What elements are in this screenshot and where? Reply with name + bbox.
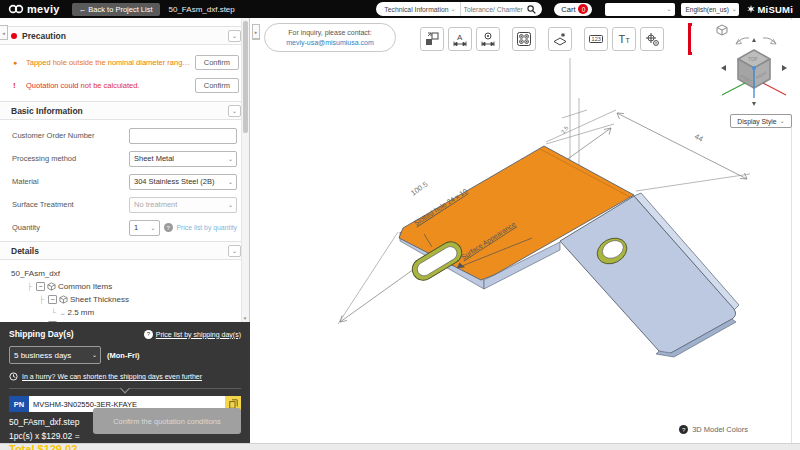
search-bar: Technical Information xyxy=(376,2,542,16)
thickness-icon: ↔ xyxy=(60,310,66,316)
hole-dimension-icon[interactable] xyxy=(476,27,500,51)
tree-expander-icon[interactable] xyxy=(36,282,45,291)
project-select[interactable] xyxy=(605,3,675,16)
tree-node-sheet-thickness[interactable]: ├ Sheet Thickness xyxy=(39,293,249,306)
chevron-down-icon xyxy=(732,6,737,12)
chevron-down-icon[interactable] xyxy=(120,384,130,394)
text-marking-icon[interactable]: TT xyxy=(612,27,636,51)
price-list-by-shipping-days-link[interactable]: Price list by shipping day(s) xyxy=(144,330,241,339)
cube-icon xyxy=(47,282,56,291)
chevron-down-icon xyxy=(666,6,671,12)
cart-button[interactable]: Cart 0 xyxy=(554,3,592,16)
scroll-down-arrow-icon[interactable] xyxy=(241,314,249,322)
tapping-icon[interactable] xyxy=(640,27,664,51)
processing-method-select[interactable]: Sheet Metal xyxy=(129,151,237,167)
misumi-logo[interactable]: MiSUMi xyxy=(747,4,793,15)
canvas-collapse-handle[interactable]: ▸ xyxy=(252,24,260,39)
shipping-days-title: Shipping Day(s) xyxy=(9,329,144,339)
details-section-header[interactable]: Details xyxy=(0,241,249,260)
dimension-thickness-label: 2.5 xyxy=(560,125,569,135)
clock-icon xyxy=(9,372,18,381)
total-price: Total $129.02 xyxy=(9,443,241,450)
svg-text:T: T xyxy=(626,37,631,44)
chevron-down-icon xyxy=(232,248,237,254)
material-select[interactable]: 304 Stainless Steel (2B) xyxy=(129,174,237,190)
error-mark-icon: ! xyxy=(13,81,22,90)
svg-text:T: T xyxy=(619,33,626,45)
field-label: Processing method xyxy=(12,154,129,163)
cube-icon xyxy=(59,295,68,304)
chevron-down-icon xyxy=(92,352,97,358)
precaution-section-header[interactable]: Precaution xyxy=(0,26,249,45)
shipping-days-select[interactable]: 5 business days xyxy=(9,346,101,364)
field-label: Material xyxy=(12,177,129,186)
dimension-icon[interactable]: A xyxy=(448,27,472,51)
quantity-select[interactable]: 1 xyxy=(129,220,160,236)
confirm-error-button[interactable]: Confirm xyxy=(195,78,239,93)
inquiry-text: For inquiry, please contact: xyxy=(288,28,372,37)
collapse-section-button[interactable] xyxy=(228,245,241,257)
collapse-section-button[interactable] xyxy=(228,105,241,117)
language-select[interactable]: English(en_us) xyxy=(681,3,739,16)
scrollbar-thumb[interactable] xyxy=(243,21,248,133)
number-plate-icon[interactable]: 123 xyxy=(584,27,608,51)
help-icon xyxy=(144,330,153,339)
tree-node-thickness-value[interactable]: └ ↔ 2.5 mm xyxy=(51,306,249,319)
field-label: Customer Order Number xyxy=(12,131,129,140)
surface-treatment-select: No treatment xyxy=(129,197,237,213)
confirm-quotation-button[interactable]: Confirm the quotation conditions xyxy=(93,408,241,434)
warning-row: ● Tapped hole outside the nominal diamet… xyxy=(0,51,249,74)
svg-text:123: 123 xyxy=(592,36,601,42)
inquiry-email-link[interactable]: meviy-usa@misumiusa.com xyxy=(286,38,374,47)
surface-appearance-icon[interactable] xyxy=(548,27,572,51)
sidebar-scrollbar[interactable] xyxy=(241,18,249,322)
tree-node-common-items[interactable]: ├ Common Items xyxy=(27,280,249,293)
field-label: Surface Treatment xyxy=(12,200,129,209)
search-icon[interactable] xyxy=(527,5,536,14)
dimension-width-label: 44 xyxy=(693,132,705,144)
mon-fri-label: (Mon-Fri) xyxy=(107,351,140,360)
change-part-icon[interactable] xyxy=(420,27,444,51)
dimension-length-label: 100.5 xyxy=(409,179,430,197)
misumi-mark-icon xyxy=(747,5,755,13)
alert-dot-icon xyxy=(11,33,17,39)
tree-expander-icon[interactable] xyxy=(48,295,57,304)
shorten-shipping-link[interactable]: In a hurry? We can shorten the shipping … xyxy=(9,372,241,381)
chevron-down-icon xyxy=(451,6,456,12)
3d-viewport[interactable]: 100.5 44 2.5 xyxy=(250,18,800,443)
chevron-down-icon xyxy=(780,118,785,124)
price-list-by-quantity-link[interactable]: Price list by quantity xyxy=(177,224,237,231)
customer-order-number-input[interactable] xyxy=(129,128,237,144)
cube-face-top[interactable]: TOP xyxy=(748,57,757,62)
error-row: ! Quotation could not be calculated. Con… xyxy=(0,74,249,97)
view-cube-widget[interactable]: TOP FRONT RIGHT xyxy=(692,20,796,114)
chevron-down-icon xyxy=(228,179,233,185)
3d-model-colors-link[interactable]: 3D Model Colors xyxy=(679,425,748,434)
chevron-down-icon xyxy=(151,225,156,231)
help-icon xyxy=(679,425,688,434)
back-to-project-list-button[interactable]: ← Back to Project List xyxy=(72,3,160,16)
meviy-logo[interactable]: meviy xyxy=(8,3,60,15)
brand-name: meviy xyxy=(27,3,60,15)
open-file-name: 50_FAsm_dxf.step xyxy=(169,5,235,14)
sidebar-collapse-handle-left[interactable]: ◂ xyxy=(0,25,8,40)
search-category-select[interactable]: Technical Information xyxy=(376,2,460,16)
display-style-button[interactable]: Display Style xyxy=(730,114,792,128)
panel-divider xyxy=(9,388,241,394)
svg-text:A: A xyxy=(457,33,463,42)
warning-bullet-icon: ● xyxy=(13,59,22,66)
inquiry-bubble: For inquiry, please contact: meviy-usa@m… xyxy=(264,23,396,52)
basic-information-section-header[interactable]: Basic Information xyxy=(0,101,249,120)
search-input[interactable] xyxy=(461,6,528,13)
confirm-warning-button[interactable]: Confirm xyxy=(195,55,239,70)
collapse-section-button[interactable] xyxy=(228,30,241,42)
tree-root[interactable]: 50_FAsm_dxf xyxy=(11,267,249,280)
meviy-infinity-icon xyxy=(8,4,24,14)
chevron-down-icon xyxy=(228,156,233,162)
top-bar: meviy ← Back to Project List 50_FAsm_dxf… xyxy=(0,0,800,18)
help-icon xyxy=(164,223,173,232)
meviy-app: meviy ← Back to Project List 50_FAsm_dxf… xyxy=(0,0,800,450)
chevron-down-icon xyxy=(232,33,237,39)
cad-toolbar: A 123 TT xyxy=(420,23,720,55)
hole-pattern-icon[interactable] xyxy=(512,27,536,51)
